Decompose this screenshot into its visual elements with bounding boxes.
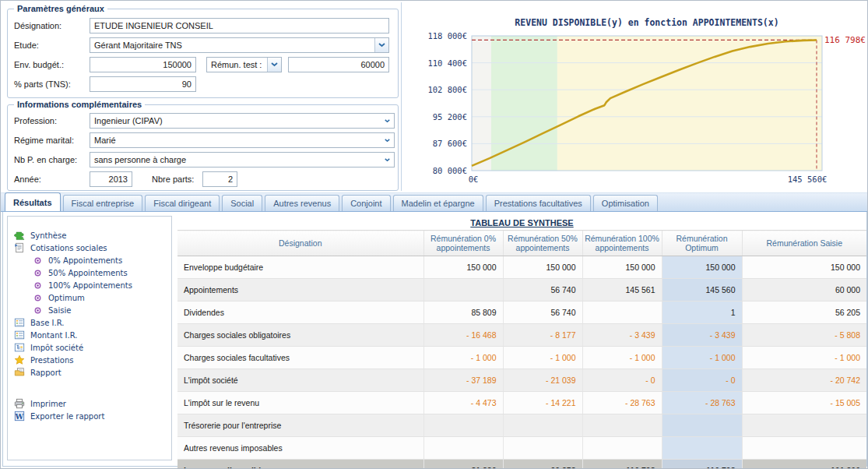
cell-value: 1 — [662, 302, 742, 324]
x-tick-label: 0€ — [469, 175, 479, 184]
cell-value: 150 000 — [662, 256, 742, 279]
printer-icon — [14, 398, 25, 409]
cell-value — [582, 437, 662, 460]
cell-value: - 1 000 — [423, 347, 503, 369]
table-row: Enveloppe budgétaire150 000150 000150 00… — [177, 256, 866, 279]
tab-optimisation[interactable]: Optimisation — [593, 195, 658, 211]
chevron-down-icon[interactable] — [267, 58, 281, 72]
column-header: Rémunération Saisie — [742, 231, 866, 256]
cell-value: - 16 468 — [423, 324, 503, 347]
dependents-select[interactable]: sans personne à charge — [90, 152, 395, 168]
cell-value: - 21 039 — [503, 369, 582, 392]
tab-social[interactable]: Social — [222, 195, 262, 211]
sidebar-item-imprimer[interactable]: Imprimer — [8, 397, 171, 410]
chart-band — [491, 36, 557, 171]
sidebar-item-label: Cotisations sociales — [30, 244, 107, 252]
svg-text:W: W — [15, 412, 24, 421]
row-label: Dividendes — [177, 302, 423, 324]
cell-value: - 0 — [662, 369, 742, 392]
word-icon: W — [14, 411, 25, 421]
sidebar-item-label: Prestations — [30, 356, 74, 365]
row-label: Charges sociales facultatives — [177, 347, 423, 369]
sidebar-item-saisie[interactable]: Saisie — [8, 304, 171, 316]
year-input[interactable] — [90, 171, 132, 187]
chevron-down-icon[interactable] — [385, 139, 390, 143]
sidebar-item-optimum[interactable]: Optimum — [8, 291, 171, 304]
cell-value: 85 809 — [423, 302, 503, 324]
budget-input[interactable] — [90, 57, 196, 72]
synthesis-table: DésignationRémunération 0% appointements… — [177, 230, 866, 469]
table-row: Autres revenus imposables — [177, 437, 866, 460]
cell-value: - 20 742 — [742, 369, 866, 392]
chevron-down-icon[interactable] — [374, 38, 388, 52]
remun-test-input[interactable] — [288, 57, 389, 72]
parts-tns-label: % parts (TNS): — [14, 76, 71, 92]
chart-title: REVENU DISPONIBLE(y) en fonction APPOINT… — [515, 17, 778, 28]
sidebar-item-exporter-le-rapport[interactable]: WExporter le rapport — [8, 410, 171, 422]
folder-icon — [14, 367, 25, 378]
tree-icon — [14, 342, 25, 353]
sidebar-item-base-i-r-[interactable]: Base I.R. — [8, 316, 171, 329]
table-row: Charges sociales obligatoires- 16 468- 8… — [177, 324, 866, 347]
tab-fiscal-dirigeant[interactable]: Fiscal dirigeant — [145, 195, 220, 211]
cell-value: - 28 763 — [582, 392, 662, 414]
cell-value: 150 000 — [423, 256, 503, 279]
sidebar-item-100-appointements[interactable]: 100% Appointements — [8, 279, 171, 291]
cell-value: 116 798 — [662, 460, 742, 469]
designation-input[interactable] — [90, 18, 389, 34]
table-row: L'impôt sur le revenu- 4 473- 14 221- 28… — [177, 392, 866, 414]
sidebar-item-montant-i-r-[interactable]: Montant I.R. — [8, 329, 171, 341]
column-header: Rémunération Optimum — [662, 231, 742, 256]
shares-input[interactable] — [202, 171, 237, 187]
sidebar-item-rapport[interactable]: Rapport — [8, 366, 171, 379]
star-icon — [14, 354, 25, 365]
chart-band — [472, 36, 491, 171]
row-label: L'impôt société — [177, 369, 423, 392]
marital-select[interactable]: Marié — [90, 132, 395, 148]
sidebar-item-label: 100% Appointements — [48, 281, 132, 290]
bullet-icon — [32, 292, 43, 303]
bullet-icon — [32, 267, 43, 278]
chevron-down-icon[interactable] — [385, 119, 390, 123]
sidebar-item-label: Montant I.R. — [30, 331, 77, 340]
sidebar-item-label: 0% Appointements — [48, 256, 122, 265]
parts-tns-input[interactable] — [90, 76, 196, 92]
cell-value: - 5 808 — [742, 324, 866, 347]
tab-autres-revenus[interactable]: Autres revenus — [265, 195, 339, 211]
sidebar-item-synth-se[interactable]: Synthèse — [8, 229, 171, 242]
profession-select[interactable]: Ingenieur (CIPAV) — [90, 113, 395, 129]
tab-madelin-et-pargne[interactable]: Madelin et épargne — [393, 195, 483, 211]
y-tick-label: 102 800€ — [427, 85, 467, 94]
y-tick-label: 118 000€ — [427, 31, 467, 41]
sidebar-item-imp-t-soci-t-[interactable]: Impôt société — [8, 341, 171, 354]
sidebar-item-label: Saisie — [48, 306, 71, 315]
cell-value: 56 740 — [503, 279, 582, 302]
bullet-icon — [32, 280, 43, 291]
sidebar-item-0-appointements[interactable]: 0% Appointements — [8, 254, 171, 266]
cell-value: 81 336 — [423, 460, 503, 469]
tab-conjoint[interactable]: Conjoint — [342, 195, 390, 211]
year-label: Année: — [14, 171, 41, 187]
remun-test-select[interactable]: Rémun. test : — [206, 57, 282, 72]
column-header: Rémunération 50% appointements — [503, 231, 582, 256]
tab-prestations-facultatives[interactable]: Prestations facultatives — [486, 195, 591, 211]
column-header: Rémunération 0% appointements — [423, 231, 503, 256]
cell-value: - 0 — [582, 369, 662, 392]
row-label: Appointements — [177, 279, 423, 302]
sidebar-item-prestations[interactable]: Prestations — [8, 354, 171, 366]
chevron-down-icon[interactable] — [385, 158, 390, 162]
cell-value: 150 000 — [742, 256, 866, 279]
row-label: Enveloppe budgétaire — [177, 256, 423, 279]
etude-select[interactable]: Gérant Majoritaire TNS — [90, 37, 389, 53]
tab-fiscal-entreprise[interactable]: Fiscal entreprise — [63, 195, 143, 211]
cell-value: 145 561 — [582, 279, 662, 302]
tab-r-sultats[interactable]: Résultats — [5, 192, 61, 211]
sidebar-item-cotisations-sociales[interactable]: Cotisations sociales — [8, 242, 171, 254]
cell-value — [503, 414, 582, 437]
cell-value: - 1 000 — [582, 347, 662, 369]
cell-value — [423, 279, 503, 302]
sidebar-item-50-appointements[interactable]: 50% Appointements — [8, 266, 171, 279]
y-tick-label: 80 000€ — [433, 166, 467, 175]
etude-label: Etude: — [14, 37, 39, 53]
cell-value: - 28 763 — [662, 392, 742, 414]
